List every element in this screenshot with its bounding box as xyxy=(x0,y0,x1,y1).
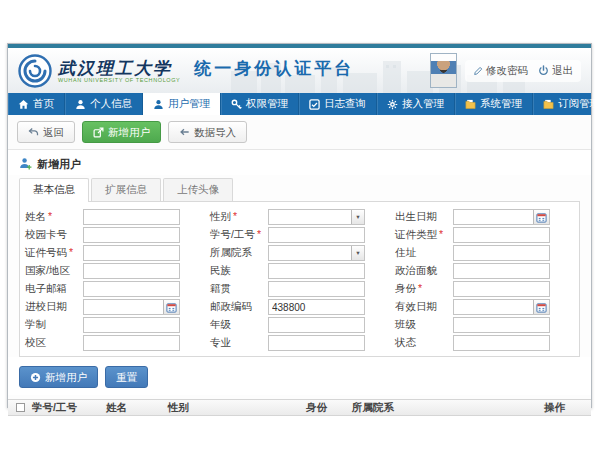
gender-label: 性别* xyxy=(210,210,268,224)
form-tab-basic-info[interactable]: 基本信息 xyxy=(19,178,89,201)
email-input[interactable] xyxy=(84,282,179,296)
add-user-toolbar-button[interactable]: 新增用户 xyxy=(82,121,161,143)
schooling-length-input[interactable] xyxy=(84,318,179,332)
form-grid: 姓名*性别*▼出生日期校园卡号学号/工号*证件类型*证件号码*所属院系▼住址国家… xyxy=(25,209,574,351)
nav-tab-label: 订阅管理 xyxy=(558,97,600,111)
class-input[interactable] xyxy=(454,318,549,332)
political-status-input[interactable] xyxy=(454,264,549,278)
nav-tab-subscription[interactable]: 订阅管理 xyxy=(533,93,600,115)
valid-date-calendar-button[interactable] xyxy=(533,300,549,314)
status-input[interactable] xyxy=(454,336,549,350)
department-input-group: ▼ xyxy=(268,245,365,261)
table-header-row: 学号/工号姓名性别身份所属院系操作 xyxy=(8,399,591,416)
enrollment-date-calendar-button[interactable] xyxy=(163,300,179,314)
nav-tab-access[interactable]: 接入管理 xyxy=(377,93,455,115)
id-number-input[interactable] xyxy=(84,246,179,260)
grade-input[interactable] xyxy=(269,318,364,332)
major-input[interactable] xyxy=(269,336,364,350)
reset-button[interactable]: 重置 xyxy=(105,366,148,388)
app-window: 武汉理工大学 WUHAN UNIVERSITY OF TECHNOLOGY 统一… xyxy=(7,43,592,408)
field-campus-card-no: 校园卡号 xyxy=(25,227,204,243)
enrollment-date-input-group xyxy=(83,299,180,315)
field-schooling-length: 学制 xyxy=(25,317,204,333)
political-status-label: 政治面貌 xyxy=(395,264,453,278)
back-button[interactable]: 返回 xyxy=(17,121,75,143)
id-type-input[interactable] xyxy=(454,228,549,242)
gender-input[interactable] xyxy=(269,210,351,224)
header-user-area: 修改密码 退出 xyxy=(430,53,581,88)
schooling-length-label: 学制 xyxy=(25,318,83,332)
campus-card-no-input-group xyxy=(83,227,180,243)
reset-button-label: 重置 xyxy=(116,370,137,384)
section-header: 新增用户 xyxy=(8,150,591,175)
field-gender: 性别*▼ xyxy=(210,209,389,225)
basic-info-panel: 姓名*性别*▼出生日期校园卡号学号/工号*证件类型*证件号码*所属院系▼住址国家… xyxy=(19,201,580,357)
schooling-length-input-group xyxy=(83,317,180,333)
nav-tab-label: 首页 xyxy=(33,97,54,111)
field-grade: 年级 xyxy=(210,317,389,333)
gender-dropdown-button[interactable]: ▼ xyxy=(351,210,364,224)
nav-tab-home[interactable]: 首页 xyxy=(8,93,65,115)
ethnicity-input-group xyxy=(268,263,365,279)
field-native-place: 籍贯 xyxy=(210,281,389,297)
home-icon xyxy=(18,99,29,110)
nav-tab-permissions[interactable]: 权限管理 xyxy=(221,93,299,115)
postal-code-input[interactable] xyxy=(269,300,364,314)
field-department: 所属院系▼ xyxy=(210,245,389,261)
select-all-checkbox[interactable] xyxy=(16,403,25,412)
country-region-label: 国家/地区 xyxy=(25,264,83,278)
country-region-input[interactable] xyxy=(84,264,179,278)
field-address: 住址 xyxy=(395,245,574,261)
log-icon xyxy=(309,99,320,110)
identity-label: 身份* xyxy=(395,282,453,296)
field-campus: 校区 xyxy=(25,335,204,351)
data-import-button[interactable]: 数据导入 xyxy=(168,121,247,143)
field-email: 电子邮箱 xyxy=(25,281,204,297)
nav-tab-system[interactable]: 系统管理 xyxy=(455,93,533,115)
folder-icon xyxy=(465,99,476,110)
submit-add-user-button[interactable]: 新增用户 xyxy=(19,366,98,388)
address-input[interactable] xyxy=(454,246,549,260)
nav-tab-profile[interactable]: 个人信息 xyxy=(65,93,143,115)
form-tab-upload-avatar[interactable]: 上传头像 xyxy=(163,178,233,201)
enrollment-date-input[interactable] xyxy=(84,300,163,314)
field-id-type: 证件类型* xyxy=(395,227,574,243)
logout-link[interactable]: 退出 xyxy=(538,64,573,78)
student-id-input-group xyxy=(268,227,365,243)
ethnicity-input[interactable] xyxy=(269,264,364,278)
logout-label: 退出 xyxy=(552,64,573,78)
nav-tab-logs[interactable]: 日志查询 xyxy=(299,93,377,115)
table-column-header: 所属院系 xyxy=(350,401,542,415)
valid-date-input-group xyxy=(453,299,550,315)
university-name-block: 武汉理工大学 WUHAN UNIVERSITY OF TECHNOLOGY xyxy=(58,59,180,83)
department-dropdown-button[interactable]: ▼ xyxy=(351,246,364,260)
address-input-group xyxy=(453,245,550,261)
campus-input[interactable] xyxy=(84,336,179,350)
native-place-input[interactable] xyxy=(269,282,364,296)
birth-date-calendar-button[interactable] xyxy=(533,210,549,224)
grade-input-group xyxy=(268,317,365,333)
campus-input-group xyxy=(83,335,180,351)
change-password-link[interactable]: 修改密码 xyxy=(473,64,528,78)
department-input[interactable] xyxy=(269,246,351,260)
address-label: 住址 xyxy=(395,246,453,260)
field-identity: 身份* xyxy=(395,281,574,297)
nav-tab-users[interactable]: 用户管理 xyxy=(143,93,221,115)
field-valid-date: 有效日期 xyxy=(395,299,574,315)
identity-input[interactable] xyxy=(454,282,549,296)
nav-tab-label: 接入管理 xyxy=(402,97,444,111)
gear-icon xyxy=(387,99,398,110)
submit-add-user-label: 新增用户 xyxy=(45,370,87,384)
postal-code-input-group xyxy=(268,299,365,315)
form-actions: 新增用户 重置 xyxy=(8,357,591,395)
name-input-group xyxy=(83,209,180,225)
name-input[interactable] xyxy=(84,210,179,224)
birth-date-input[interactable] xyxy=(454,210,533,224)
campus-card-no-input[interactable] xyxy=(84,228,179,242)
form-tab-extended-info[interactable]: 扩展信息 xyxy=(91,178,161,201)
valid-date-input[interactable] xyxy=(454,300,533,314)
table-column-header: 姓名 xyxy=(104,401,166,415)
table-column-header: 操作 xyxy=(542,401,591,415)
add-user-section-icon xyxy=(19,157,32,172)
student-id-input[interactable] xyxy=(269,228,364,242)
